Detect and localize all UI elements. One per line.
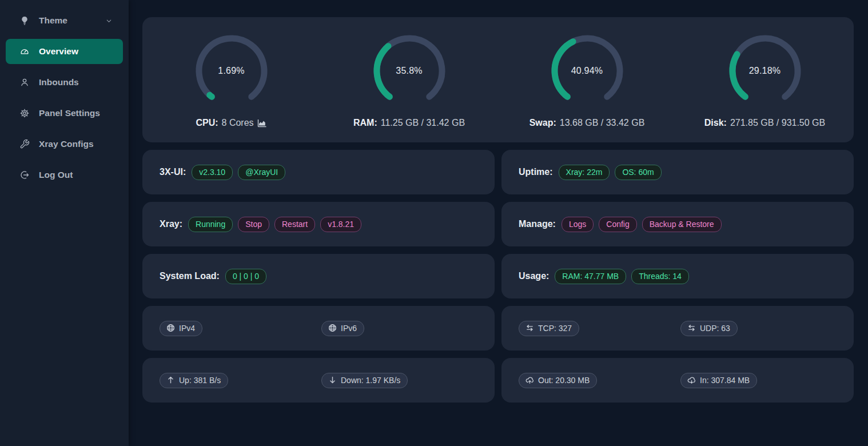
sidebar-item-label: Log Out xyxy=(39,170,73,180)
sidebar-item-label: Xray Configs xyxy=(39,139,94,149)
arrow-down-icon xyxy=(328,376,337,384)
main-content: 1.69% CPU: 8 Cores 35.8% xyxy=(129,0,868,446)
gauge-caption: CPU: 8 Cores xyxy=(196,118,266,128)
pill-label: Up: 381 B/s xyxy=(179,376,221,385)
card-label: 3X-UI: xyxy=(160,167,186,177)
gauge-caption-detail: 11.25 GB / 31.42 GB xyxy=(381,118,465,128)
gauge-caption-label: Disk: xyxy=(704,118,727,128)
info-card-system-load: System Load:0 | 0 | 0 xyxy=(142,254,495,298)
area-chart-icon[interactable] xyxy=(257,119,267,128)
tag-group: RunningStopRestartv1.8.21 xyxy=(188,217,361,232)
tag-ram-47-77-mb: RAM: 47.77 MB xyxy=(555,269,626,284)
pill-ipv6[interactable]: IPv6 xyxy=(321,321,364,336)
gauge-percent: 40.94% xyxy=(550,33,625,109)
card-label: System Load: xyxy=(160,271,220,281)
pill-label: In: 307.84 MB xyxy=(700,376,750,385)
sidebar-item-panel-settings[interactable]: Panel Settings xyxy=(6,101,123,126)
swap-icon xyxy=(525,324,534,332)
info-card-manage: Manage:LogsConfigBackup & Restore xyxy=(501,202,854,246)
tag-threads-14: Threads: 14 xyxy=(631,269,689,284)
card-label: Xray: xyxy=(160,219,182,229)
sidebar-item-label: Panel Settings xyxy=(39,108,100,118)
tag-running: Running xyxy=(188,217,233,232)
tag-group: v2.3.10@XrayUI xyxy=(192,165,285,180)
logout-icon xyxy=(19,170,30,180)
info-card-xray: Xray:RunningStopRestartv1.8.21 xyxy=(142,202,495,246)
sidebar-item-log-out[interactable]: Log Out xyxy=(6,162,123,188)
globe-icon xyxy=(328,324,337,332)
pill-in: In: 307.84 MB xyxy=(680,373,757,388)
tag-group: Xray: 22mOS: 60m xyxy=(559,165,662,180)
pill-label: Out: 20.30 MB xyxy=(538,376,590,385)
sidebar-item-xray-configs[interactable]: Xray Configs xyxy=(6,132,123,157)
sidebar-item-theme[interactable]: Theme xyxy=(6,8,123,33)
gauge-caption-label: Swap: xyxy=(529,118,556,128)
gauge-percent: 35.8% xyxy=(372,33,447,109)
gauge-ram: 35.8% RAM: 11.25 GB / 31.42 GB xyxy=(320,33,498,128)
wrench-icon xyxy=(19,139,30,149)
sidebar: Theme Overview Inbounds Panel Settings xyxy=(0,0,129,446)
chevron-down-icon xyxy=(105,17,113,25)
card-label: Usage: xyxy=(519,271,549,281)
pill-ipv4[interactable]: IPv4 xyxy=(160,321,202,336)
tag-group: LogsConfigBackup & Restore xyxy=(562,217,722,232)
tag-0-0-0: 0 | 0 | 0 xyxy=(225,269,266,284)
pill-up: Up: 381 B/s xyxy=(160,373,228,388)
gauge-caption-detail: 8 Cores xyxy=(222,118,254,128)
tag-group: RAM: 47.77 MBThreads: 14 xyxy=(555,269,689,284)
info-card-ipv4-ipv6: IPv4IPv6 xyxy=(142,306,495,351)
pill-label: IPv6 xyxy=(341,324,357,333)
system-gauges-card: 1.69% CPU: 8 Cores 35.8% xyxy=(142,17,854,142)
bulb-icon xyxy=(19,15,30,26)
sidebar-item-label: Overview xyxy=(39,46,78,57)
gauge-percent: 1.69% xyxy=(194,33,269,109)
gauge-percent: 29.18% xyxy=(727,33,803,109)
dashboard-icon xyxy=(19,46,30,57)
tag-v2-3-10[interactable]: v2.3.10 xyxy=(192,165,233,180)
card-label: Uptime: xyxy=(519,167,553,177)
swap-icon xyxy=(687,324,696,332)
sidebar-item-overview[interactable]: Overview xyxy=(6,39,123,64)
gauge-caption: Disk: 271.85 GB / 931.50 GB xyxy=(704,118,825,128)
arrow-up-icon xyxy=(166,376,175,384)
globe-icon xyxy=(166,324,175,332)
gauge-cpu: 1.69% CPU: 8 Cores xyxy=(142,33,320,128)
gear-icon xyxy=(19,108,30,118)
gauge-caption: Swap: 13.68 GB / 33.42 GB xyxy=(529,118,645,128)
tag-v1-8-21[interactable]: v1.8.21 xyxy=(320,217,361,232)
tag-config[interactable]: Config xyxy=(599,217,636,232)
sidebar-item-inbounds[interactable]: Inbounds xyxy=(6,70,123,95)
cloud-download-icon xyxy=(687,376,696,384)
tag-restart[interactable]: Restart xyxy=(274,217,315,232)
pill-label: UDP: 63 xyxy=(700,324,730,333)
info-card-usage: Usage:RAM: 47.77 MBThreads: 14 xyxy=(501,254,854,298)
tag-logs[interactable]: Logs xyxy=(562,217,594,232)
pill-udp: UDP: 63 xyxy=(680,321,738,336)
pill-label: TCP: 327 xyxy=(538,324,572,333)
tag-group: 0 | 0 | 0 xyxy=(225,269,266,284)
info-card-uptime: Uptime:Xray: 22mOS: 60m xyxy=(501,150,854,194)
gauge-caption-label: CPU: xyxy=(196,118,218,128)
pill-down: Down: 1.97 KB/s xyxy=(321,373,408,388)
gauge-caption: RAM: 11.25 GB / 31.42 GB xyxy=(353,118,465,128)
info-card-up-down: Up: 381 B/sDown: 1.97 KB/s xyxy=(142,358,495,403)
tag-stop[interactable]: Stop xyxy=(238,217,269,232)
gauge-caption-label: RAM: xyxy=(353,118,377,128)
gauge-disk: 29.18% Disk: 271.85 GB / 931.50 GB xyxy=(676,33,854,128)
pill-tcp: TCP: 327 xyxy=(519,321,579,336)
cloud-upload-icon xyxy=(525,376,534,384)
card-label: Manage: xyxy=(519,219,556,229)
user-icon xyxy=(19,77,30,87)
pill-out: Out: 20.30 MB xyxy=(519,373,597,388)
gauge-swap: 40.94% Swap: 13.68 GB / 33.42 GB xyxy=(498,33,676,128)
gauge-caption-detail: 13.68 GB / 33.42 GB xyxy=(560,118,645,128)
tag-backup-restore[interactable]: Backup & Restore xyxy=(642,217,722,232)
pill-label: IPv4 xyxy=(179,324,195,333)
info-card-3x-ui: 3X-UI:v2.3.10@XrayUI xyxy=(142,150,495,194)
tag-xray-22m: Xray: 22m xyxy=(559,165,610,180)
info-card-tcp-udp: TCP: 327UDP: 63 xyxy=(501,306,854,351)
sidebar-item-label: Inbounds xyxy=(39,77,79,87)
tag-xrayui[interactable]: @XrayUI xyxy=(238,165,285,180)
sidebar-item-label: Theme xyxy=(39,15,67,26)
pill-label: Down: 1.97 KB/s xyxy=(341,376,400,385)
